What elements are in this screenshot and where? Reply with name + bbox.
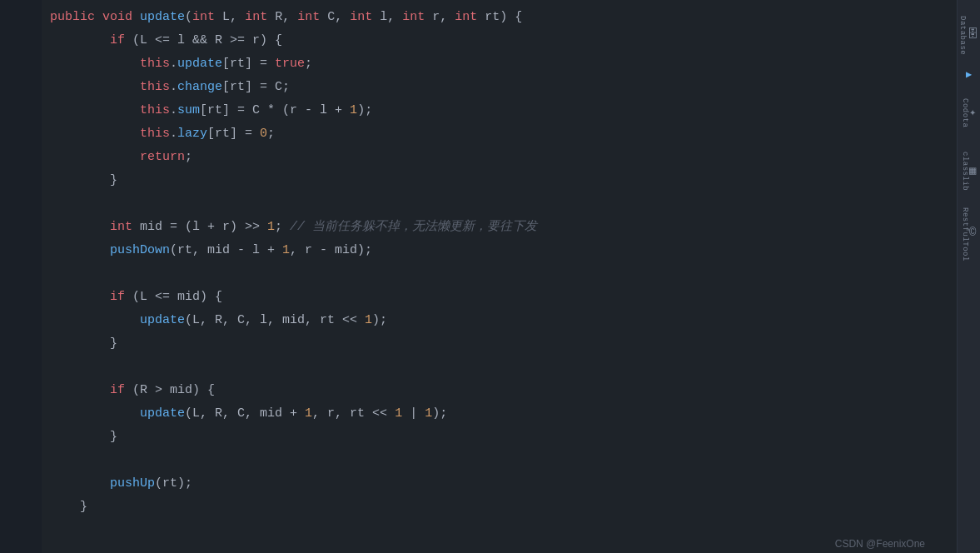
sidebar-item-label: Database [958, 16, 967, 55]
sidebar-arrow: ▶ [958, 65, 980, 84]
sidebar-item-database[interactable]: 🗄 Database [958, 7, 980, 65]
code-line: this.change[rt] = C; [50, 77, 957, 100]
sidebar-item-label: Codota [961, 98, 969, 127]
code-line: } [50, 333, 957, 356]
code-line: } [50, 426, 957, 450]
code-line: } [50, 496, 957, 520]
code-line: update(L, R, C, mid + 1, r, rt << 1 | 1)… [50, 403, 957, 426]
brand-label: CSDN @FeenixOne [828, 535, 932, 553]
restfultool-icon: © [969, 226, 977, 239]
code-line: } [50, 170, 957, 193]
code-line: public void update(int L, int R, int C, … [50, 7, 957, 30]
classlib-icon: ▦ [969, 163, 977, 177]
line-number-gutter [0, 0, 42, 553]
code-line: pushDown(rt, mid - l + 1, r - mid); [50, 240, 957, 263]
codota-icon: ✦ [969, 105, 977, 119]
code-content: public void update(int L, int R, int C, … [0, 0, 957, 526]
code-line: return; [50, 147, 957, 170]
code-line: this.lazy[rt] = 0; [50, 123, 957, 147]
code-line: update(L, R, C, l, mid, rt << 1); [50, 310, 957, 333]
sidebar-item-codota[interactable]: ✦ Codota [958, 84, 980, 142]
code-line [50, 356, 957, 380]
code-line: if (L <= l && R >= r) { [50, 30, 957, 53]
sidebar-item-classlib[interactable]: ▦ classlib [958, 142, 980, 201]
code-line: int mid = (l + r) >> 1; // 当前任务躲不掉，无法懒更新… [50, 217, 957, 240]
code-line: this.update[rt] = true; [50, 53, 957, 77]
code-line [50, 263, 957, 286]
database-icon: 🗄 [967, 27, 979, 41]
sidebar: 🗄 Database ▶ ✦ Codota ▦ classlib © Restf… [957, 0, 980, 553]
code-line: if (R > mid) { [50, 380, 957, 403]
sidebar-item-restfultool[interactable]: © RestfulTool [958, 201, 980, 268]
code-line [50, 193, 957, 217]
code-line: pushUp(rt); [50, 473, 957, 496]
code-editor: public void update(int L, int R, int C, … [0, 0, 957, 553]
code-line: if (L <= mid) { [50, 286, 957, 310]
code-line: this.sum[rt] = C * (r - l + 1); [50, 100, 957, 123]
code-line [50, 450, 957, 473]
sidebar-item-label: classlib [961, 152, 969, 191]
sidebar-item-label: RestfulTool [961, 207, 969, 262]
